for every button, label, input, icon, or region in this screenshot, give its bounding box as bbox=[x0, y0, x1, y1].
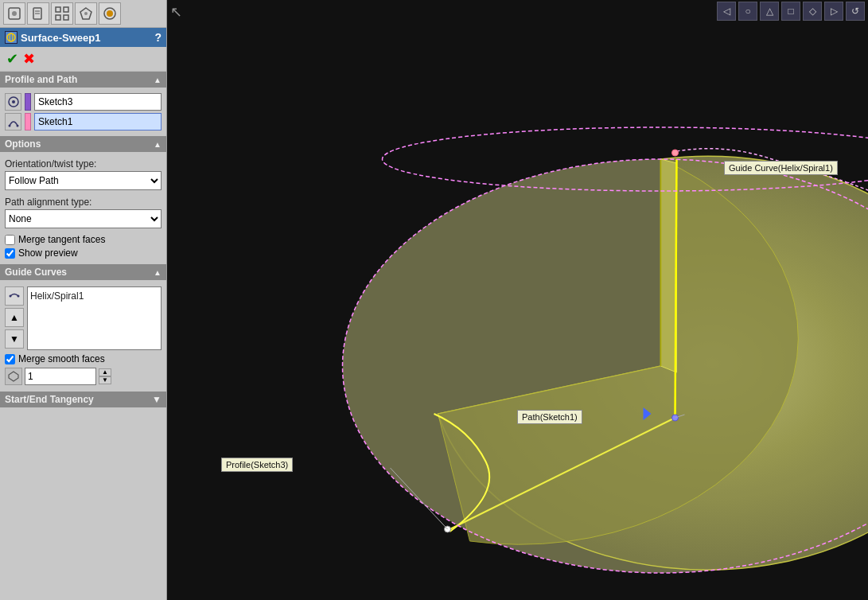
svg-point-12 bbox=[107, 10, 113, 17]
merge-tangent-label: Merge tangent faces bbox=[18, 234, 105, 245]
path-alignment-dropdown[interactable]: None X Axis Y Axis bbox=[5, 209, 162, 228]
svg-point-14 bbox=[10, 33, 13, 41]
svg-rect-8 bbox=[64, 15, 68, 20]
svg-point-10 bbox=[84, 12, 88, 15]
guide-spin-down[interactable]: ▼ bbox=[99, 376, 111, 384]
svg-rect-5 bbox=[56, 7, 60, 12]
profile-input[interactable] bbox=[34, 93, 162, 111]
merge-smooth-row: Merge smooth faces bbox=[5, 353, 162, 364]
feature-header: Surface-Sweep1 ? bbox=[0, 28, 166, 47]
guide-spin-up[interactable]: ▲ bbox=[99, 368, 111, 376]
svg-point-20 bbox=[18, 295, 20, 298]
path-label: Path(Sketch1) bbox=[517, 410, 582, 424]
guide-spin-btns: ▲ ▼ bbox=[99, 368, 111, 384]
viewport-3d-scene bbox=[167, 0, 868, 600]
orientation-label: Orientation/twist type: bbox=[5, 158, 162, 169]
toolbar-btn-5[interactable] bbox=[99, 2, 121, 25]
path-alignment-label: Path alignment type: bbox=[5, 197, 162, 208]
guide-curve-label: Guide Curve(Helix/Spiral1) bbox=[724, 161, 838, 175]
left-panel: Surface-Sweep1 ? ✔ ✖ Profile and Path ▲ bbox=[0, 0, 167, 600]
feature-title: Surface-Sweep1 bbox=[21, 32, 100, 44]
guide-number-icon bbox=[5, 368, 22, 385]
profile-select-btn[interactable] bbox=[5, 93, 21, 111]
guide-add-btn[interactable] bbox=[5, 286, 24, 306]
svg-point-19 bbox=[10, 295, 12, 298]
options-content: Orientation/twist type: Follow Path Keep… bbox=[0, 152, 166, 264]
show-preview-row: Show preview bbox=[5, 247, 162, 259]
guide-number-input[interactable] bbox=[25, 368, 96, 385]
guide-item-helix: Helix/Spiral1 bbox=[30, 290, 158, 302]
show-preview-checkbox[interactable] bbox=[5, 248, 15, 259]
svg-rect-7 bbox=[56, 15, 60, 20]
profile-color-bar bbox=[25, 93, 31, 111]
svg-point-28 bbox=[672, 150, 679, 156]
svg-point-16 bbox=[12, 100, 15, 103]
path-color-bar bbox=[25, 113, 31, 131]
path-input[interactable] bbox=[34, 113, 162, 131]
start-end-tangency-arrow: ▼ bbox=[152, 394, 162, 405]
merge-smooth-checkbox[interactable] bbox=[5, 354, 15, 364]
path-row bbox=[5, 113, 162, 131]
profile-and-path-content bbox=[0, 88, 166, 136]
guide-list-box[interactable]: Helix/Spiral1 bbox=[27, 286, 162, 350]
start-end-tangency-header[interactable]: Start/End Tangency ▼ bbox=[0, 392, 166, 407]
toolbar-btn-3[interactable] bbox=[51, 2, 73, 25]
viewport: ◁ ○ △ □ ◇ ▷ ↺ bbox=[167, 0, 868, 600]
top-toolbar bbox=[0, 0, 166, 28]
svg-point-13 bbox=[7, 33, 15, 41]
guide-curves-section-arrow: ▲ bbox=[154, 268, 162, 277]
svg-point-17 bbox=[8, 125, 10, 127]
guide-curves-section-header[interactable]: Guide Curves ▲ bbox=[0, 264, 166, 280]
toolbar-btn-1[interactable] bbox=[3, 2, 25, 25]
profile-label: Profile(Sketch3) bbox=[221, 458, 293, 472]
path-select-btn[interactable] bbox=[5, 113, 21, 131]
cursor-indicator: ↖ bbox=[170, 3, 182, 21]
options-section-arrow: ▲ bbox=[154, 140, 162, 149]
profile-row bbox=[5, 93, 162, 111]
profile-and-path-section-header[interactable]: Profile and Path ▲ bbox=[0, 72, 166, 88]
guide-side-btns: ▲ ▼ bbox=[5, 286, 24, 350]
options-section-header[interactable]: Options ▲ bbox=[0, 136, 166, 152]
profile-and-path-label: Profile and Path bbox=[5, 74, 77, 85]
orientation-dropdown[interactable]: Follow Path Keep Normal Constant bbox=[5, 171, 162, 190]
feature-header-left: Surface-Sweep1 bbox=[5, 31, 100, 44]
svg-point-18 bbox=[16, 125, 18, 127]
guide-curves-label: Guide Curves bbox=[5, 267, 67, 278]
show-preview-label: Show preview bbox=[18, 247, 78, 259]
ok-cancel-row: ✔ ✖ bbox=[0, 47, 166, 72]
guide-up-btn[interactable]: ▲ bbox=[5, 308, 24, 327]
guide-down-btn[interactable]: ▼ bbox=[5, 329, 24, 349]
guide-curves-content: ▲ ▼ Helix/Spiral1 Merge smooth faces ▲ ▼ bbox=[0, 280, 166, 392]
merge-tangent-row: Merge tangent faces bbox=[5, 234, 162, 245]
feature-icon bbox=[5, 31, 18, 44]
start-end-tangency-label: Start/End Tangency bbox=[5, 394, 94, 405]
merge-tangent-checkbox[interactable] bbox=[5, 235, 15, 245]
merge-smooth-label: Merge smooth faces bbox=[18, 353, 105, 364]
toolbar-btn-4[interactable] bbox=[75, 2, 97, 25]
feature-help[interactable]: ? bbox=[154, 31, 162, 44]
cancel-button[interactable]: ✖ bbox=[23, 50, 35, 68]
svg-rect-6 bbox=[64, 7, 68, 12]
ok-button[interactable]: ✔ bbox=[6, 50, 18, 68]
options-label: Options bbox=[5, 138, 41, 150]
svg-point-1 bbox=[12, 11, 17, 16]
number-input-row: ▲ ▼ bbox=[5, 368, 162, 385]
guide-list-area: ▲ ▼ Helix/Spiral1 bbox=[5, 286, 162, 350]
profile-section-arrow: ▲ bbox=[154, 76, 162, 84]
svg-marker-21 bbox=[9, 372, 18, 381]
toolbar-btn-2[interactable] bbox=[27, 2, 49, 25]
